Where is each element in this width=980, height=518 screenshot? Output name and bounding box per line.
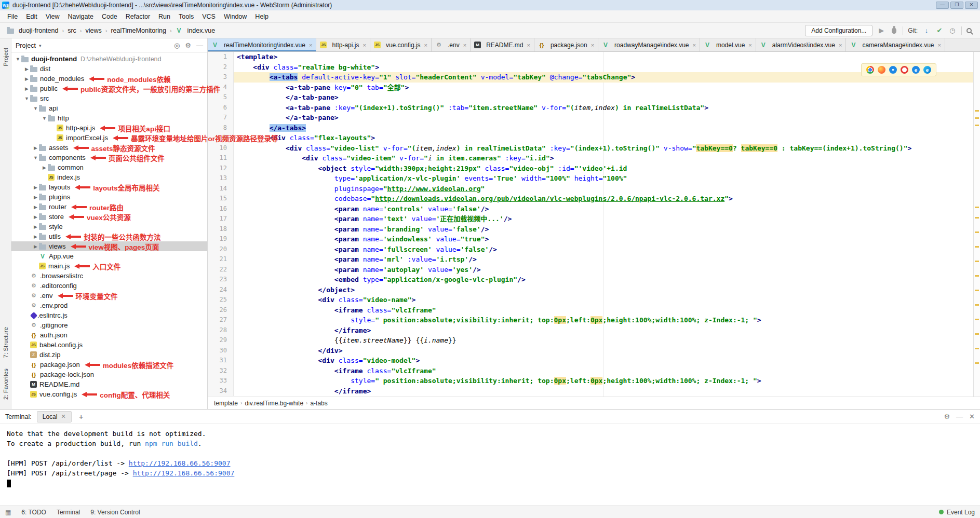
chevron-down-icon[interactable]: ▾	[39, 43, 42, 48]
editor-tab[interactable]: ⚙.env×	[432, 38, 471, 51]
tree-item-auth.json[interactable]: {}auth.json	[11, 330, 207, 340]
tree-item-utils[interactable]: ▶utils封装的一些公共函数方法	[11, 231, 207, 241]
firefox-icon[interactable]	[878, 66, 885, 74]
close-icon[interactable]: ×	[363, 42, 366, 48]
line-number[interactable]: 2	[208, 62, 234, 73]
debug-icon[interactable]	[892, 28, 896, 34]
code-line[interactable]: 1<template>	[208, 52, 980, 62]
tree-item-http[interactable]: ▼http	[11, 113, 207, 123]
code-line[interactable]: 33 style=" position:absolute;visibility:…	[208, 376, 980, 386]
code-line[interactable]: 24 </object>	[208, 285, 980, 295]
git-update-icon[interactable]: ↓	[922, 26, 931, 34]
line-number[interactable]: 10	[208, 143, 234, 154]
code-line[interactable]: 25 <div class="video-name">	[208, 295, 980, 305]
menu-refactor[interactable]: Refactor	[122, 12, 154, 21]
line-number[interactable]: 30	[208, 346, 234, 356]
breadcrumb-item[interactable]: views	[84, 26, 103, 35]
menu-file[interactable]: File	[3, 12, 22, 21]
edge-icon[interactable]: e	[923, 66, 931, 74]
line-number[interactable]: 14	[208, 184, 234, 194]
tree-item-nodemodules[interactable]: ▶node_modulesnode_modules依赖	[11, 74, 207, 84]
tree-item-package.json[interactable]: {}package.jsonmodules依赖描述文件	[11, 360, 207, 370]
status-item-todo[interactable]: 6: TODO	[21, 509, 46, 516]
menu-view[interactable]: View	[42, 12, 64, 21]
editor-breadcrumb-item[interactable]: a-tabs	[310, 400, 327, 407]
menu-edit[interactable]: Edit	[22, 12, 42, 21]
tree-item-dist[interactable]: ▶dist	[11, 64, 207, 74]
code-line[interactable]: 12 <object style="width:390px;height:219…	[208, 163, 980, 174]
tree-item-main.js[interactable]: JSmain.js入口文件	[11, 261, 207, 271]
opera-icon[interactable]	[901, 66, 908, 74]
code-line[interactable]: 22 <param name='autoplay' value='yes'/>	[208, 265, 980, 275]
git-commit-icon[interactable]: ✔	[935, 26, 944, 34]
new-terminal-icon[interactable]: +	[77, 412, 86, 421]
code-line[interactable]: 21 <param name='mrl' :value='i.rtsp'/>	[208, 254, 980, 265]
line-number[interactable]: 6	[208, 103, 234, 113]
tree-item-babel.config.js[interactable]: JSbabel.config.js	[11, 340, 207, 350]
editor-breadcrumb-item[interactable]: div.realTime.bg-white	[245, 400, 303, 407]
stripe-label[interactable]: 2: Favorites	[3, 369, 9, 400]
chevron-collapsed-icon[interactable]: ▶	[32, 195, 39, 200]
chevron-collapsed-icon[interactable]: ▶	[32, 224, 39, 229]
code-line[interactable]: 18 <param name='branding' value='false'/…	[208, 224, 980, 235]
line-number[interactable]: 28	[208, 325, 234, 336]
maximize-button[interactable]: ❐	[950, 2, 963, 9]
code-line[interactable]: 27 style=" position:absolute;visibility:…	[208, 315, 980, 325]
line-number[interactable]: 23	[208, 275, 234, 285]
close-icon[interactable]: ×	[527, 42, 530, 48]
line-number[interactable]: 16	[208, 204, 234, 214]
run-icon[interactable]: ▶	[877, 26, 885, 34]
tree-item-src[interactable]: ▼src	[11, 93, 207, 103]
tree-item-style[interactable]: ▶style	[11, 222, 207, 231]
gear-icon[interactable]: ⚙	[185, 42, 191, 49]
tree-item-.browserslistrc[interactable]: ⚙.browserslistrc	[11, 271, 207, 281]
code-line[interactable]: 8 </a-tabs>	[208, 123, 980, 133]
line-number[interactable]: 5	[208, 92, 234, 103]
editor-tab[interactable]: ValarmVideos\index.vue×	[756, 38, 847, 51]
menu-tools[interactable]: Tools	[174, 12, 198, 21]
chevron-collapsed-icon[interactable]: ▶	[32, 185, 39, 190]
tree-item-index.js[interactable]: JSindex.js	[11, 172, 207, 182]
close-icon[interactable]: ×	[463, 42, 466, 48]
close-icon[interactable]: ×	[309, 42, 312, 48]
chevron-collapsed-icon[interactable]: ▶	[23, 86, 30, 91]
line-number[interactable]: 1	[208, 52, 234, 62]
line-number[interactable]: 29	[208, 335, 234, 346]
code-line[interactable]: 19 <param name='windowless' value="true"…	[208, 234, 980, 244]
code-line[interactable]: 23 <embed type="application/x-google-vlc…	[208, 275, 980, 285]
tree-item-package-lock.json[interactable]: {}package-lock.json	[11, 370, 207, 379]
line-number[interactable]: 9	[208, 133, 234, 143]
tree-item-http-api.js[interactable]: JShttp-api.js项目相关api接口	[11, 123, 207, 133]
tree-item-.env[interactable]: ⚙.env环境变量文件	[11, 291, 207, 301]
code-line[interactable]: 11 <div class="video-item" v-for="i in i…	[208, 153, 980, 163]
close-icon[interactable]: ×	[839, 42, 842, 48]
history-icon[interactable]: ◷	[948, 26, 957, 34]
editor-tab[interactable]: VcameraManage\index.vue×	[846, 38, 945, 51]
editor-tab[interactable]: VrealTimeMonitoring\index.vue×	[208, 38, 316, 51]
menu-run[interactable]: Run	[154, 12, 174, 21]
breadcrumb-item[interactable]: Vindex.vue	[174, 26, 217, 35]
chevron-expanded-icon[interactable]: ▼	[41, 116, 48, 121]
code-line[interactable]: 5 </a-tab-pane>	[208, 92, 980, 103]
tree-item-api[interactable]: ▼api	[11, 103, 207, 113]
code-line[interactable]: 20 <param name='fullscreen' value='false…	[208, 244, 980, 255]
code-line[interactable]: 34 </iframe>	[208, 386, 980, 397]
chevron-collapsed-icon[interactable]: ▶	[32, 145, 39, 151]
tree-item-.gitignore[interactable]: ⚙.gitignore	[11, 320, 207, 330]
line-number[interactable]: 27	[208, 315, 234, 325]
code-line[interactable]: 13 type='application/x-vlc-plugin' event…	[208, 173, 980, 184]
line-number[interactable]: 18	[208, 224, 234, 235]
line-number[interactable]: 4	[208, 83, 234, 93]
line-number[interactable]: 13	[208, 173, 234, 184]
status-item-versioncontrol[interactable]: 9: Version Control	[90, 509, 140, 516]
editor-tab[interactable]: {}package.json×	[534, 38, 598, 51]
line-number[interactable]: 12	[208, 163, 234, 174]
tree-item-views[interactable]: ▶viewsview视图、pages页面	[11, 241, 207, 251]
code-line[interactable]: 30 </div>	[208, 346, 980, 356]
code-line[interactable]: 9 <div class="flex-layouts">	[208, 133, 980, 143]
terminal-tab-local[interactable]: Local ✕	[37, 411, 72, 422]
tree-item-.eslintrc.js[interactable]: .eslintrc.js	[11, 310, 207, 320]
add-configuration-button[interactable]: Add Configuration...	[805, 25, 872, 36]
chevron-collapsed-icon[interactable]: ▶	[32, 244, 39, 249]
tree-item-assets[interactable]: ▶assetsassets静态资源文件	[11, 143, 207, 153]
